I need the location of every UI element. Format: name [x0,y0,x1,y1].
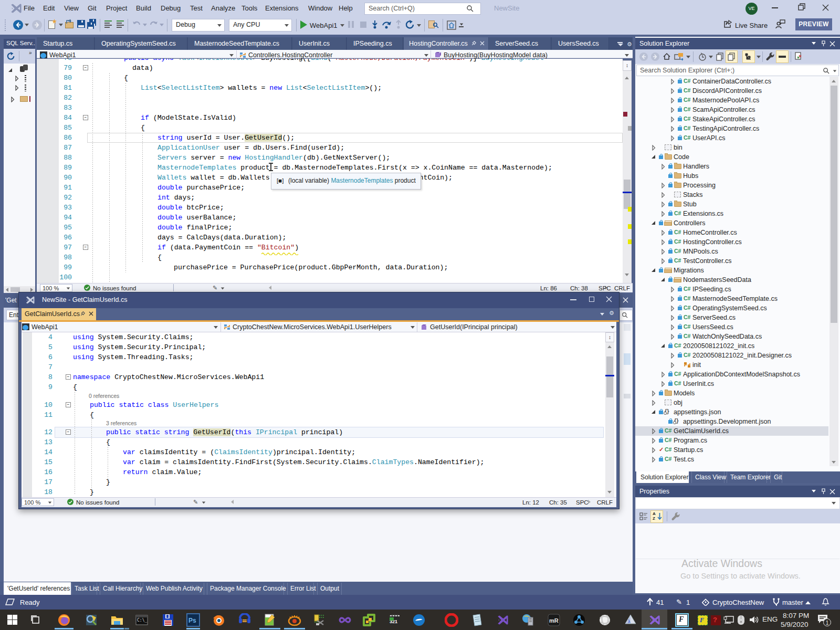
svg-text:C:\_: C:\_ [137,618,147,623]
svg-text:λ: λ [628,619,631,624]
svg-text:Ps: Ps [188,617,196,624]
svg-text:mR: mR [549,617,559,624]
